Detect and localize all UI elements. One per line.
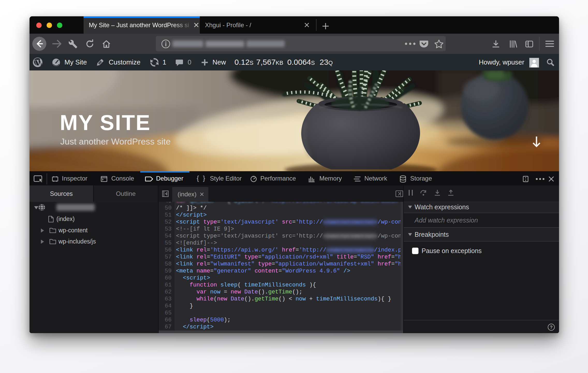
svg-text:?: ? bbox=[550, 325, 553, 330]
